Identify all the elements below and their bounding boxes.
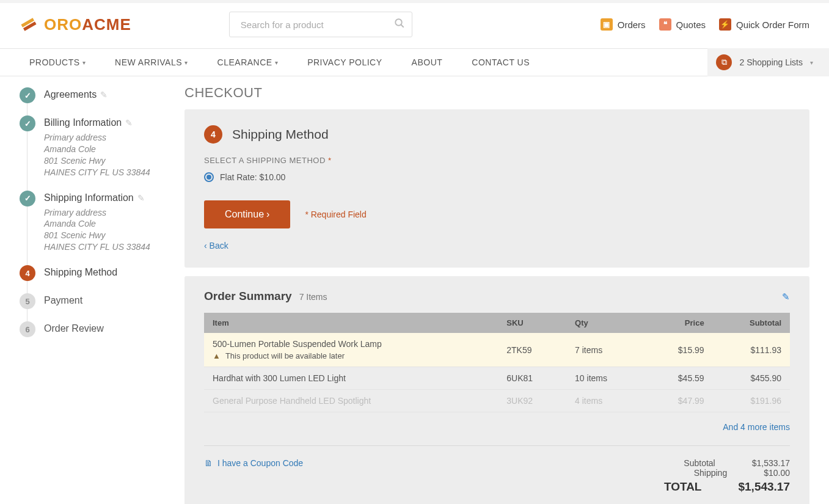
orders-link[interactable]: ▣Orders (601, 18, 646, 31)
chevron-left-icon: ‹ (204, 241, 207, 250)
order-summary: Order Summary 7 Items ✎ Item SKU Qty Pri… (184, 276, 809, 504)
step-agreements[interactable]: Agreements (44, 89, 97, 100)
summary-table: Item SKU Qty Price Subtotal 500-Lumen Po… (204, 313, 790, 412)
step-shipping-info[interactable]: Shipping Information (44, 192, 134, 203)
logo-icon (20, 15, 38, 34)
table-row: 500-Lumen Portable Suspended Work Lamp ▲… (204, 333, 790, 367)
file-icon: 🗎 (204, 458, 213, 468)
panel-title: Shipping Method (232, 127, 329, 142)
chevron-down-icon: ▾ (184, 59, 188, 66)
warning-icon: ▲ (213, 351, 221, 360)
page-title: CHECKOUT (184, 85, 809, 101)
step-badge-6: 6 (20, 321, 35, 337)
summary-count: 7 Items (299, 292, 327, 302)
check-icon: ✓ (20, 87, 35, 103)
back-link[interactable]: ‹ Back (204, 241, 790, 250)
availability-warning: ▲This product will be available later (213, 351, 489, 360)
step-badge-4: 4 (20, 265, 35, 281)
continue-button[interactable]: Continue› (204, 200, 290, 228)
step-billing[interactable]: Billing Information (44, 117, 122, 128)
step-review: Order Review (44, 323, 104, 334)
panel-badge: 4 (204, 125, 222, 144)
col-price: Price (645, 313, 713, 333)
step-payment: Payment (44, 295, 82, 306)
quotes-link[interactable]: ❝Quotes (659, 18, 706, 31)
edit-summary-icon[interactable]: ✎ (782, 291, 790, 302)
select-shipping-label: SELECT A SHIPPING METHOD * (204, 156, 790, 165)
search-input[interactable] (229, 12, 412, 37)
chevron-down-icon: ▾ (275, 59, 279, 66)
checkout-steps: ✓ Agreements✎ ✓ Billing Information✎ Pri… (20, 85, 166, 337)
shipping-method-panel: 4 Shipping Method SELECT A SHIPPING METH… (184, 109, 809, 268)
nav-products[interactable]: PRODUCTS▾ (29, 57, 86, 67)
radio-icon (204, 172, 214, 182)
step-badge-5: 5 (20, 293, 35, 309)
col-subtotal: Subtotal (713, 313, 790, 333)
required-field-note: * Required Field (305, 210, 366, 219)
item-name: 500-Lumen Portable Suspended Work Lamp (213, 339, 489, 349)
pencil-icon[interactable]: ✎ (125, 118, 133, 128)
pencil-icon[interactable]: ✎ (137, 193, 145, 203)
shipping-address: Primary address Amanda Cole 801 Scenic H… (44, 207, 150, 254)
copy-icon: ⧉ (716, 54, 732, 70)
step-shipping-method: Shipping Method (44, 267, 117, 278)
nav-privacy[interactable]: PRIVACY POLICY (307, 57, 382, 67)
check-icon: ✓ (20, 191, 35, 206)
totals: Subtotal$1,533.17 Shipping$10.00 TOTAL$1… (664, 458, 790, 494)
brand-text: OROACME (44, 15, 131, 34)
more-items-link[interactable]: And 4 more items (204, 422, 790, 432)
nav-about[interactable]: ABOUT (412, 57, 443, 67)
check-icon: ✓ (20, 115, 35, 131)
col-sku: SKU (498, 313, 566, 333)
col-qty: Qty (566, 313, 645, 333)
table-row: Hardhat with 300 Lumen LED Light 6UK81 1… (204, 367, 790, 390)
nav-contact[interactable]: CONTACT US (472, 57, 530, 67)
orders-icon: ▣ (601, 18, 613, 31)
chevron-down-icon: ▾ (82, 59, 86, 66)
col-item: Item (204, 313, 498, 333)
svg-point-2 (395, 19, 402, 26)
coupon-link[interactable]: 🗎 I have a Coupon Code (204, 458, 303, 468)
shopping-lists-link[interactable]: ⧉ 2 Shopping Lists ▾ (707, 48, 829, 76)
logo[interactable]: OROACME (20, 15, 131, 34)
quotes-icon: ❝ (659, 18, 671, 31)
bolt-icon: ⚡ (719, 18, 731, 31)
quick-order-link[interactable]: ⚡Quick Order Form (719, 18, 809, 31)
chevron-right-icon: › (266, 209, 269, 220)
nav-new-arrivals[interactable]: NEW ARRIVALS▾ (115, 57, 188, 67)
table-row: General Purpose Handheld LED Spotlight 3… (204, 390, 790, 412)
svg-line-3 (401, 24, 404, 27)
search-box (229, 12, 412, 37)
summary-title: Order Summary (204, 290, 292, 303)
search-icon[interactable] (394, 18, 405, 32)
nav-clearance[interactable]: CLEARANCE▾ (217, 57, 279, 67)
billing-address: Primary address Amanda Cole 801 Scenic H… (44, 132, 150, 178)
pencil-icon[interactable]: ✎ (100, 90, 108, 100)
chevron-down-icon: ▾ (810, 59, 813, 66)
shipping-option-flat-rate[interactable]: Flat Rate: $10.00 (204, 172, 790, 182)
